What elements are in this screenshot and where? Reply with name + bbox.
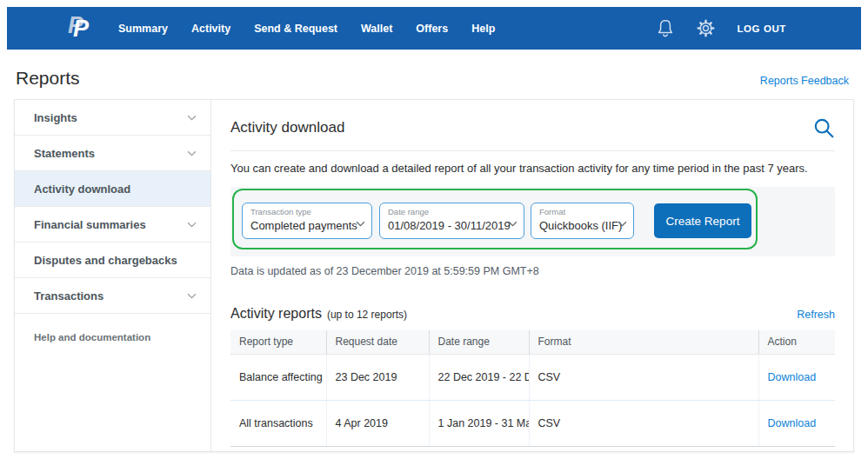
activity-reports-title: Activity reports — [230, 306, 322, 322]
table-row: All transactions 4 Apr 2019 1 Jan 2019 -… — [230, 401, 835, 447]
data-updated-status: Data is updated as of 23 December 2019 a… — [230, 265, 835, 277]
divider — [230, 150, 835, 151]
nav-menu: Summary Activity Send & Request Wallet O… — [118, 23, 495, 35]
cell-format: CSV — [529, 401, 758, 447]
column-header-date-range: Date range — [429, 330, 529, 355]
section-title: Activity download — [230, 119, 344, 136]
cell-date-range: 1 Jan 2019 - 31 Mar 2019 — [429, 401, 529, 447]
sidebar-item-insights[interactable]: Insights — [15, 100, 210, 136]
section-description: You can create and download a detailed r… — [230, 162, 835, 175]
main-content: Activity download You can create and dow… — [211, 100, 854, 451]
transaction-type-dropdown[interactable]: Transaction type Completed payments — [242, 203, 372, 239]
cell-request-date: 4 Apr 2019 — [326, 401, 429, 447]
create-report-button[interactable]: Create Report — [654, 203, 751, 238]
cell-date-range: 22 Dec 2019 - 22 Dec 2019 — [429, 355, 529, 401]
table-row: Balance affecting 23 Dec 2019 22 Dec 201… — [230, 355, 835, 401]
column-header-request-date: Request date — [326, 330, 429, 355]
cell-request-date: 23 Dec 2019 — [326, 355, 429, 401]
nav-item-activity[interactable]: Activity — [191, 23, 230, 35]
sidebar-item-statements[interactable]: Statements — [15, 136, 210, 171]
paypal-logo[interactable]: P P — [68, 13, 96, 44]
cell-format: CSV — [529, 355, 758, 401]
nav-item-offers[interactable]: Offers — [416, 23, 448, 35]
download-link[interactable]: Download — [768, 371, 817, 383]
date-range-dropdown[interactable]: Date range 01/08/2019 - 30/11/2019 — [379, 203, 524, 239]
dropdown-label: Transaction type — [250, 208, 351, 216]
cell-report-type: All transactions — [230, 401, 326, 447]
reports-card: Insights Statements Activity download Fi… — [14, 99, 854, 452]
sidebar-item-disputes-chargebacks[interactable]: Disputes and chargebacks — [15, 243, 210, 278]
sidebar-item-label: Financial summaries — [34, 218, 146, 231]
nav-item-send-request[interactable]: Send & Request — [254, 23, 337, 35]
sidebar-item-label: Disputes and chargebacks — [34, 254, 177, 267]
report-form: Transaction type Completed payments Date… — [230, 187, 835, 256]
reports-feedback-link[interactable]: Reports Feedback — [760, 75, 849, 87]
dropdown-label: Format — [539, 208, 616, 216]
refresh-link[interactable]: Refresh — [797, 309, 835, 321]
page-title: Reports — [16, 68, 80, 89]
download-link[interactable]: Download — [768, 417, 817, 429]
bell-icon[interactable] — [656, 17, 675, 40]
nav-item-summary[interactable]: Summary — [118, 23, 168, 35]
nav-item-help[interactable]: Help — [471, 23, 495, 35]
sidebar-item-transactions[interactable]: Transactions — [15, 278, 210, 314]
column-header-format: Format — [529, 330, 758, 355]
sidebar-item-label: Insights — [34, 111, 77, 124]
page-header: Reports Reports Feedback — [0, 50, 868, 99]
dropdown-value: 01/08/2019 - 30/11/2019 — [388, 219, 503, 232]
nav-item-wallet[interactable]: Wallet — [361, 23, 392, 35]
help-and-documentation-link[interactable]: Help and documentation — [15, 314, 210, 361]
nav-right: LOG OUT — [656, 17, 786, 40]
format-dropdown[interactable]: Format Quickbooks (IIF) — [531, 203, 634, 239]
sidebar-item-financial-summaries[interactable]: Financial summaries — [15, 207, 210, 243]
gear-icon[interactable] — [696, 18, 716, 38]
sidebar-item-label: Activity download — [34, 183, 130, 196]
chevron-down-icon — [187, 293, 197, 299]
activity-reports-subtitle: (up to 12 reports) — [327, 309, 407, 321]
search-icon[interactable] — [812, 116, 835, 139]
sidebar-item-activity-download[interactable]: Activity download — [15, 171, 210, 207]
chevron-down-icon — [618, 221, 627, 227]
dropdown-value: Completed payments — [250, 219, 351, 232]
dropdown-label: Date range — [388, 208, 503, 216]
table-header-row: Report type Request date Date range Form… — [230, 330, 835, 355]
chevron-down-icon — [356, 221, 365, 227]
logout-button[interactable]: LOG OUT — [737, 23, 786, 34]
sidebar: Insights Statements Activity download Fi… — [15, 100, 211, 451]
top-nav: P P Summary Activity Send & Request Wall… — [7, 7, 861, 50]
chevron-down-icon — [187, 222, 197, 228]
column-header-report-type: Report type — [230, 330, 326, 355]
sidebar-item-label: Statements — [34, 147, 95, 160]
chevron-down-icon — [187, 115, 197, 121]
activity-reports-table: Report type Request date Date range Form… — [230, 330, 835, 447]
column-header-action: Action — [758, 330, 835, 355]
chevron-down-icon — [187, 150, 197, 156]
dropdown-value: Quickbooks (IIF) — [539, 219, 616, 232]
sidebar-item-label: Transactions — [34, 289, 103, 302]
cell-report-type: Balance affecting — [230, 355, 326, 401]
chevron-down-icon — [508, 221, 517, 227]
